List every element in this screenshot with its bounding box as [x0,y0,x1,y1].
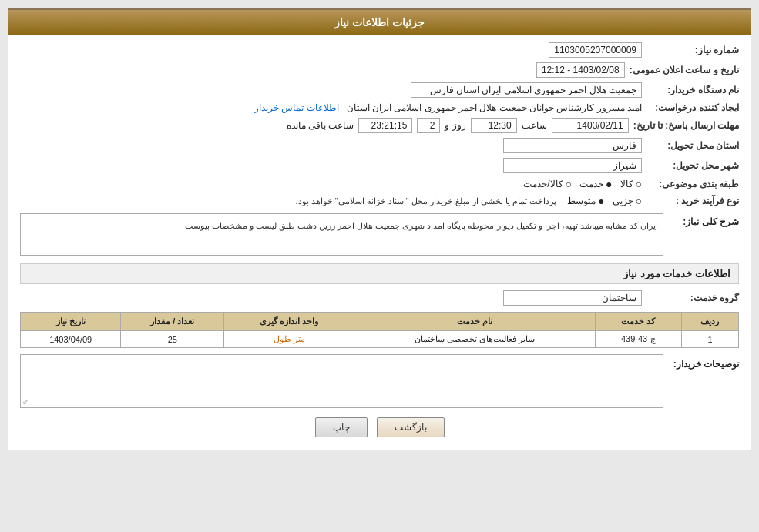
tabaqe-option-kala[interactable]: ○ کالا [620,178,642,190]
cell-tarikh: 1403/04/09 [21,331,121,348]
grohe-label: گروه خدمت: [646,293,739,303]
resize-handle: ↙ [22,397,29,406]
cell-nam: سایر فعالیت‌های تخصصی ساختمان [354,331,595,348]
noe-farayand-label: نوع فرآیند خرید : [646,196,739,206]
grohe-value: ساختمان [503,290,642,306]
grohe-row: گروه خدمت: ساختمان [20,290,739,306]
tabaqe-radio-khedmat[interactable]: ● [606,178,612,190]
tabaqe-option-kala-khedmat[interactable]: ○ کالا/خدمت [523,178,572,190]
tarikh-value: 1403/02/08 - 12:12 [536,62,625,78]
cell-tedad: 25 [121,331,224,348]
services-table: ردیف کد خدمت نام خدمت واحد اندازه گیری ت… [20,312,739,348]
noe-farayand-options: ○ جزیی ● متوسط [567,195,642,207]
khadamat-section-title: اطلاعات خدمات مورد نیاز [20,263,739,284]
shomareNiaz-value: 1103005207000009 [549,42,642,58]
col-radif: ردیف [681,313,738,331]
namDastgah-value: جمعیت هلال احمر جمهوری اسلامی ایران استا… [411,82,642,98]
col-tedad: تعداد / مقدار [121,313,224,331]
noe-farayand-row: نوع فرآیند خرید : ○ جزیی ● متوسط پرداخت … [20,195,739,207]
table-row: 1 ج-43-439 سایر فعالیت‌های تخصصی ساختمان… [21,331,739,348]
shomareNiaz-row: شماره نیاز: 1103005207000009 [20,42,739,58]
ijadKonande-link[interactable]: اطلاعات تماس خریدار [254,102,339,113]
card-body: شماره نیاز: 1103005207000009 تاریخ و ساع… [8,35,751,450]
main-card: جزئیات اطلاعات نیاز شماره نیاز: 11030052… [8,8,751,450]
noe-farayand-radio-motevaset[interactable]: ● [598,195,604,207]
shahr-row: شهر محل تحویل: شیراز [20,158,739,173]
shahr-label: شهر محل تحویل: [646,160,739,171]
tabaqe-options: ○ کالا ● خدمت ○ کالا/خدمت [523,178,642,190]
mohlat-roz: 2 [417,118,440,133]
page-wrapper: جزئیات اطلاعات نیاز شماره نیاز: 11030052… [0,0,759,458]
sharh-value: ایران کد مشابه میباشد تهیه، اجرا و تکمیل… [20,213,663,256]
tabaqe-label: طبقه بندی موضوعی: [646,179,739,189]
tawzih-row: توضیحات خریدار: ↙ [20,354,739,408]
header-title: جزئیات اطلاعات نیاز [334,16,425,28]
tabaqe-radio-kala[interactable]: ○ [636,178,642,190]
cell-vahed: متر طول [224,331,354,348]
ijadKonande-value: امید مسرور کارشناس جوانان جمعیت هلال احم… [347,102,642,113]
table-header-row: ردیف کد خدمت نام خدمت واحد اندازه گیری ت… [21,313,739,331]
ijadKonande-row: ایجاد کننده درخواست: امید مسرور کارشناس … [20,102,739,113]
sharh-row: شرح کلی نیاز: ایران کد مشابه میباشد تهیه… [20,213,739,256]
ijadKonande-label: ایجاد کننده درخواست: [646,102,739,113]
shomareNiaz-label: شماره نیاز: [646,45,739,55]
shahr-value: شیراز [503,158,642,173]
ostan-label: استان محل تحویل: [646,140,739,151]
namDastgah-row: نام دستگاه خریدار: جمعیت هلال احمر جمهور… [20,82,739,98]
noe-farayand-option-motevaset[interactable]: ● متوسط [567,195,604,207]
mohlat-date: 1403/02/11 [552,118,629,133]
cell-kod: ج-43-439 [595,331,681,348]
cell-radif: 1 [681,331,738,348]
mohlat-time-label: ساعت [522,120,547,131]
col-nam: نام خدمت [354,313,595,331]
print-button[interactable]: چاپ [315,417,368,437]
ostan-value: فارس [503,138,642,153]
mohlat-time: 12:30 [471,118,517,133]
col-tarikh: تاریخ نیاز [21,313,121,331]
mohlat-row: مهلت ارسال پاسخ: تا تاریخ: 1403/02/11 سا… [20,118,739,133]
tarikh-label: تاریخ و ساعت اعلان عمومی: [630,65,739,75]
noe-farayand-option-jozi[interactable]: ○ جزیی [613,195,642,207]
tawzih-box[interactable]: ↙ [20,354,663,408]
mohlat-remaining: ساعت باقی مانده [287,120,354,131]
tabaqe-radio-kala-khedmat[interactable]: ○ [566,178,572,190]
ostan-row: استان محل تحویل: فارس [20,138,739,153]
mohlat-label: مهلت ارسال پاسخ: تا تاریخ: [633,120,739,131]
card-header: جزئیات اطلاعات نیاز [8,10,751,35]
col-kod: کد خدمت [595,313,681,331]
tawzih-label: توضیحات خریدار: [670,354,739,370]
col-vahed: واحد اندازه گیری [224,313,354,331]
tarikh-row: تاریخ و ساعت اعلان عمومی: 1403/02/08 - 1… [20,62,739,78]
namDastgah-label: نام دستگاه خریدار: [646,85,739,95]
tabaqe-row: طبقه بندی موضوعی: ○ کالا ● خدمت ○ کالا/خ… [20,178,739,190]
mohlat-countdown: 23:21:15 [358,118,412,133]
sharh-label: شرح کلی نیاز: [670,213,739,227]
mohlat-roz-label: روز و [445,120,465,131]
back-button[interactable]: بازگشت [377,417,445,437]
noe-farayand-notice: پرداخت تمام یا بخشی از مبلغ خریدار محل "… [296,196,557,206]
tabaqe-option-khedmat[interactable]: ● خدمت [579,178,612,190]
noe-farayand-radio-jozi[interactable]: ○ [636,195,642,207]
buttons-row: بازگشت چاپ [20,417,739,437]
